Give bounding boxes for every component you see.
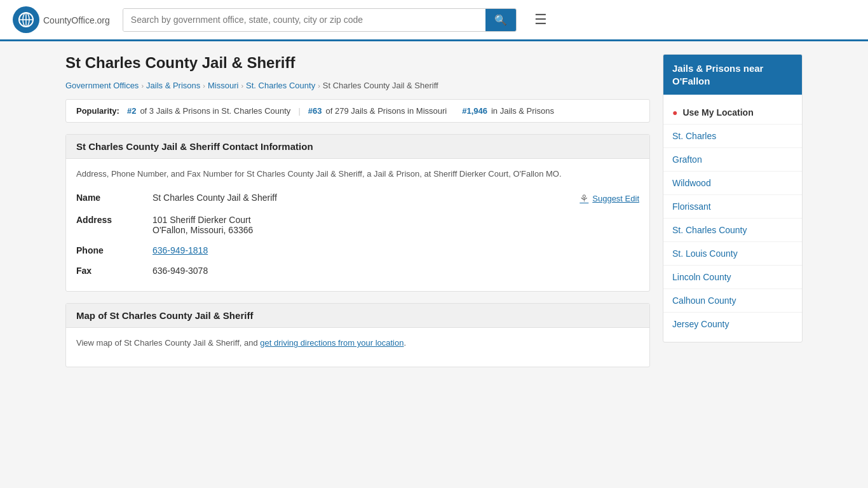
sidebar-item-st-charles-county[interactable]: St. Charles County (663, 219, 802, 242)
fax-value: 636-949-3078 (153, 261, 639, 281)
header: CountyOffice.org 🔍 ☰ (0, 0, 868, 41)
sidebar-link-jersey-county[interactable]: Jersey County (663, 313, 802, 336)
fax-label: Fax (76, 261, 153, 281)
contact-info-table: Name St Charles County Jail & Sheriff ⚘ … (76, 187, 639, 281)
sidebar-link-wildwood[interactable]: Wildwood (663, 172, 802, 194)
sidebar-link-st-charles[interactable]: St. Charles (663, 125, 802, 147)
sidebar-use-location[interactable]: ● Use My Location (663, 101, 802, 125)
breadcrumb-jails-prisons[interactable]: Jails & Prisons (146, 81, 200, 90)
sidebar-title: Jails & Prisons near O'Fallon (663, 55, 802, 95)
popularity-bar: Popularity: #2 of 3 Jails & Prisons in S… (65, 99, 650, 123)
sidebar-link-grafton[interactable]: Grafton (663, 148, 802, 171)
contact-section: St Charles County Jail & Sheriff Contact… (65, 134, 650, 292)
suggest-edit-button[interactable]: ⚘ Suggest Edit (580, 193, 639, 205)
sidebar-link-st-louis-county[interactable]: St. Louis County (663, 242, 802, 265)
logo-text: CountyOffice.org (43, 13, 110, 27)
sidebar: Jails & Prisons near O'Fallon ● Use My L… (663, 54, 803, 379)
content-area: St Charles County Jail & Sheriff Governm… (65, 54, 650, 379)
address-value: 101 Sheriff Dierker Court O'Fallon, Miss… (153, 210, 639, 240)
breadcrumb-sep-1: › (141, 82, 144, 90)
search-button[interactable]: 🔍 (485, 9, 516, 31)
directions-link[interactable]: get driving directions from your locatio… (260, 338, 403, 348)
popularity-rank3: #1,946 in Jails & Prisons (462, 106, 554, 116)
name-label: Name (76, 187, 153, 210)
sidebar-link-st-charles-county[interactable]: St. Charles County (663, 219, 802, 241)
phone-value: 636-949-1818 (153, 240, 639, 261)
logo-link[interactable]: CountyOffice.org (13, 6, 110, 33)
popularity-rank1: #2 of 3 Jails & Prisons in St. Charles C… (127, 106, 290, 116)
location-pin-icon: ● (672, 107, 677, 118)
breadcrumb-current: St Charles County Jail & Sheriff (323, 81, 438, 90)
contact-section-body: Address, Phone Number, and Fax Number fo… (66, 159, 649, 291)
logo-icon (13, 6, 39, 33)
pop-divider: | (298, 106, 300, 116)
address-label: Address (76, 210, 153, 240)
sidebar-item-grafton[interactable]: Grafton (663, 148, 802, 172)
breadcrumb-st-charles-county[interactable]: St. Charles County (246, 81, 315, 90)
phone-label: Phone (76, 240, 153, 261)
sidebar-item-lincoln-county[interactable]: Lincoln County (663, 266, 802, 289)
sidebar-item-jersey-county[interactable]: Jersey County (663, 313, 802, 336)
search-input[interactable] (123, 9, 485, 31)
popularity-rank2: #63 of 279 Jails & Prisons in Missouri (308, 106, 447, 116)
table-row-address: Address 101 Sheriff Dierker Court O'Fall… (76, 210, 639, 240)
table-row-name: Name St Charles County Jail & Sheriff ⚘ … (76, 187, 639, 210)
main-wrapper: St Charles County Jail & Sheriff Governm… (53, 41, 815, 391)
map-description: View map of St Charles County Jail & She… (76, 338, 639, 348)
search-bar: 🔍 (123, 8, 517, 32)
page-title: St Charles County Jail & Sheriff (65, 54, 650, 72)
breadcrumb-sep-2: › (203, 82, 205, 90)
breadcrumb-sep-3: › (241, 82, 243, 90)
contact-section-header: St Charles County Jail & Sheriff Contact… (66, 135, 649, 159)
map-section-body: View map of St Charles County Jail & She… (66, 328, 649, 367)
hamburger-menu-icon[interactable]: ☰ (529, 9, 552, 30)
suggest-edit-icon: ⚘ (580, 193, 588, 205)
sidebar-list: ● Use My Location St. Charles Grafton Wi… (663, 95, 802, 342)
breadcrumb-government-offices[interactable]: Government Offices (65, 81, 139, 90)
sidebar-item-calhoun-county[interactable]: Calhoun County (663, 289, 802, 313)
name-value: St Charles County Jail & Sheriff ⚘ Sugge… (153, 187, 639, 210)
sidebar-item-st-charles[interactable]: St. Charles (663, 125, 802, 148)
sidebar-item-florissant[interactable]: Florissant (663, 195, 802, 219)
sidebar-box: Jails & Prisons near O'Fallon ● Use My L… (663, 54, 803, 342)
map-section: Map of St Charles County Jail & Sheriff … (65, 303, 650, 367)
sidebar-item-st-louis-county[interactable]: St. Louis County (663, 242, 802, 266)
use-location-link[interactable]: ● Use My Location (663, 101, 802, 124)
breadcrumb: Government Offices › Jails & Prisons › M… (65, 81, 650, 90)
phone-link[interactable]: 636-949-1818 (153, 245, 208, 255)
sidebar-link-florissant[interactable]: Florissant (663, 195, 802, 218)
sidebar-link-lincoln-county[interactable]: Lincoln County (663, 266, 802, 288)
table-row-phone: Phone 636-949-1818 (76, 240, 639, 261)
map-section-header: Map of St Charles County Jail & Sheriff (66, 304, 649, 328)
table-row-fax: Fax 636-949-3078 (76, 261, 639, 281)
contact-description: Address, Phone Number, and Fax Number fo… (76, 169, 639, 179)
breadcrumb-missouri[interactable]: Missouri (208, 81, 238, 90)
breadcrumb-sep-4: › (318, 82, 320, 90)
popularity-label: Popularity: (76, 106, 119, 116)
sidebar-item-wildwood[interactable]: Wildwood (663, 172, 802, 195)
sidebar-link-calhoun-county[interactable]: Calhoun County (663, 289, 802, 312)
